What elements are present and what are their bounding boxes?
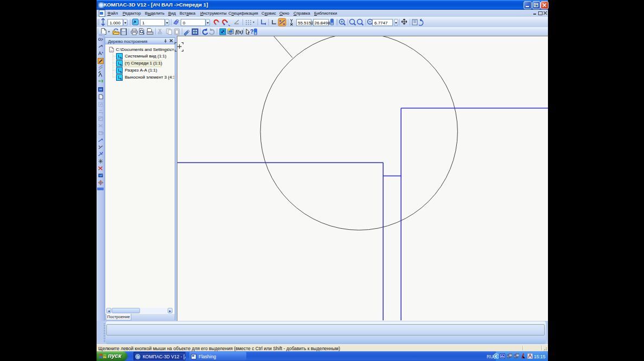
- svg-text:?: ?: [250, 28, 253, 35]
- svg-text:f(x): f(x): [235, 29, 243, 35]
